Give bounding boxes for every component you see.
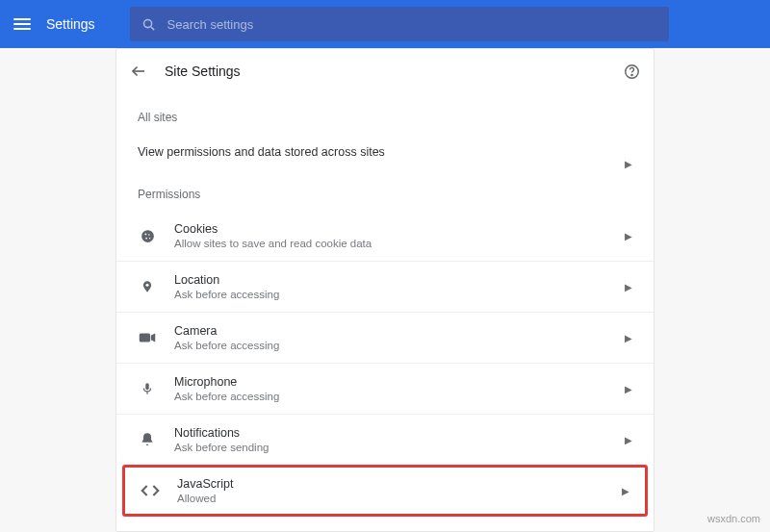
row-title: JavaScript — [177, 477, 233, 491]
svg-point-9 — [148, 237, 149, 238]
chevron-right-icon: ▶ — [625, 231, 632, 241]
location-icon — [138, 277, 157, 296]
svg-point-4 — [631, 74, 632, 75]
svg-point-8 — [145, 237, 147, 239]
chevron-right-icon: ▶ — [625, 384, 632, 394]
row-subtitle: Ask before accessing — [174, 340, 279, 351]
row-title: Notifications — [174, 426, 269, 440]
svg-rect-13 — [145, 383, 149, 390]
menu-icon[interactable] — [13, 18, 31, 30]
microphone-icon — [138, 379, 157, 398]
row-title: Location — [174, 273, 279, 287]
all-sites-label: All sites — [116, 93, 654, 134]
back-icon[interactable] — [130, 63, 147, 80]
svg-line-1 — [151, 27, 154, 30]
code-icon — [141, 481, 160, 500]
row-subtitle: Allowed — [177, 493, 233, 504]
bell-icon — [138, 430, 157, 449]
svg-marker-12 — [151, 334, 156, 342]
permission-row-camera[interactable]: Camera Ask before accessing ▶ — [116, 312, 654, 363]
permission-row-notifications[interactable]: Notifications Ask before sending ▶ — [116, 414, 654, 465]
chevron-right-icon: ▶ — [625, 282, 632, 292]
chevron-right-icon: ▶ — [625, 435, 632, 445]
row-subtitle: Allow sites to save and read cookie data — [174, 238, 372, 249]
svg-point-7 — [148, 234, 150, 236]
permission-row-microphone[interactable]: Microphone Ask before accessing ▶ — [116, 363, 654, 414]
cookie-icon — [138, 226, 157, 245]
settings-card: Site Settings All sites View permissions… — [116, 48, 654, 532]
row-subtitle: Ask before sending — [174, 442, 269, 453]
watermark: wsxdn.com — [707, 513, 760, 524]
page-title: Site Settings — [165, 63, 241, 79]
row-title: Camera — [174, 324, 279, 338]
permission-row-location[interactable]: Location Ask before accessing ▶ — [116, 261, 654, 312]
chevron-right-icon: ▶ — [625, 333, 632, 343]
svg-point-10 — [145, 284, 148, 287]
svg-point-6 — [144, 233, 146, 235]
search-box[interactable] — [130, 7, 669, 41]
svg-rect-11 — [140, 334, 150, 342]
permission-row-javascript[interactable]: JavaScript Allowed ▶ — [122, 465, 648, 517]
card-header: Site Settings — [116, 49, 654, 93]
all-sites-text: View permissions and data stored across … — [138, 145, 632, 159]
row-title: Cookies — [174, 222, 372, 236]
row-title: Microphone — [174, 375, 279, 389]
topbar: Settings — [0, 0, 770, 48]
help-icon[interactable] — [624, 63, 640, 80]
chevron-right-icon: ▶ — [625, 159, 632, 169]
search-input[interactable] — [167, 17, 657, 32]
page-body: Site Settings All sites View permissions… — [0, 48, 770, 532]
camera-icon — [138, 328, 157, 347]
svg-point-0 — [143, 19, 151, 27]
row-subtitle: Ask before accessing — [174, 289, 279, 300]
svg-point-5 — [141, 230, 154, 242]
row-subtitle: Ask before accessing — [174, 391, 279, 402]
permission-row-cookies[interactable]: Cookies Allow sites to save and read coo… — [116, 211, 654, 261]
search-icon — [141, 17, 156, 32]
chevron-right-icon: ▶ — [622, 486, 629, 496]
permissions-label: Permissions — [116, 170, 654, 211]
all-sites-row[interactable]: View permissions and data stored across … — [116, 134, 654, 170]
app-title: Settings — [46, 16, 95, 32]
